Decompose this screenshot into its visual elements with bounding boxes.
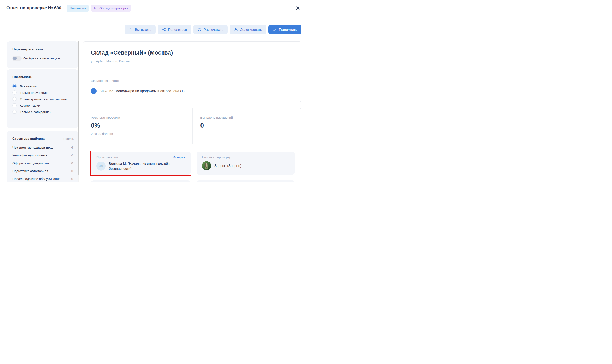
sidebar-scrollbar[interactable]: [78, 41, 79, 182]
sidebar-scrollbar-thumb[interactable]: [78, 41, 79, 175]
delegate-button-label: Делегировать: [240, 28, 262, 32]
radio-option-label: Только критические нарушения: [20, 97, 67, 102]
edit-pen-icon: [273, 28, 277, 32]
structure-item-label: Подготовка автомобиля: [13, 169, 48, 173]
checklist-template-row[interactable]: Чек-лист менеджера по продажам в автосал…: [91, 88, 184, 94]
geo-toggle-row[interactable]: Отображать геопозицию: [13, 56, 73, 61]
export-button-label: Выгрузить: [135, 28, 151, 32]
stats-row: Результат проверки 0% 0 из 30 баллов Выя…: [83, 108, 301, 144]
show-filter-panel: Показывать Все пункты Только нарушения Т…: [7, 69, 78, 128]
printer-icon: [198, 28, 202, 32]
violations-column-header: Наруш.: [63, 137, 74, 141]
show-filter-options: Все пункты Только нарушения Только крити…: [13, 84, 73, 114]
inspector-name: Волкова М. (Начальник смены службы безоп…: [109, 161, 183, 171]
history-link[interactable]: История: [173, 155, 185, 159]
start-button-label: Приступить: [279, 28, 297, 32]
checklist-template-label: Шаблон чек-листа:: [91, 79, 119, 83]
assigner-name: Support (Support): [214, 163, 241, 168]
structure-item-car-preparation[interactable]: Подготовка автомобиля 0: [13, 169, 74, 173]
structure-item-count: 0: [71, 177, 74, 181]
radio-icon: [13, 91, 16, 95]
radio-option-label: Комментарии: [20, 103, 40, 108]
structure-item-checklist[interactable]: Чек-лист менеджера по… 0: [13, 145, 74, 150]
inspector-card: Проверяющий История ВМ Волкова М. (Начал…: [91, 152, 191, 175]
violations-value: 0: [200, 122, 233, 129]
discuss-inspection-button[interactable]: Обсудить проверку: [91, 5, 131, 12]
delegate-users-icon: [234, 28, 238, 32]
discuss-button-label: Обсудить проверку: [99, 6, 128, 10]
structure-item-label: Послепродажное обслуживание: [13, 177, 60, 181]
inspection-result-block: Результат проверки 0% 0 из 30 баллов: [91, 116, 120, 136]
template-structure-title: Структура шаблона: [13, 137, 45, 141]
radio-icon: [13, 110, 16, 114]
location-card: Склад «Северный» (Москва) ул. Арбат, Мос…: [83, 41, 301, 102]
geo-toggle-label: Отображать геопозицию: [23, 57, 60, 60]
report-params-title: Параметры отчета: [13, 47, 73, 52]
radio-option-critical-violations[interactable]: Только критические нарушения: [13, 97, 73, 102]
location-address: ул. Арбат, Москва, Россия: [91, 59, 129, 63]
share-button-label: Поделиться: [168, 28, 187, 32]
close-button[interactable]: [295, 5, 301, 11]
score-value: 0: [91, 132, 93, 135]
violations-block: Выявлено нарушений 0: [200, 116, 233, 129]
radio-option-with-validation[interactable]: Только с валидацией: [13, 110, 73, 114]
share-button[interactable]: Поделиться: [158, 25, 191, 34]
template-dot-icon: [91, 88, 97, 94]
assigner-card: Назначил проверку Support (Support): [196, 152, 295, 175]
inspection-score: 0 из 30 баллов: [91, 132, 120, 136]
header-divider: [6, 17, 301, 17]
structure-item-count: 0: [71, 146, 74, 149]
upload-icon: [129, 28, 133, 32]
structure-item-label: Оформление документов: [13, 161, 51, 166]
structure-item-label: Чек-лист менеджера по…: [13, 145, 53, 150]
delegate-button[interactable]: Делегировать: [230, 25, 266, 34]
radio-selected-icon: [13, 84, 16, 88]
radio-option-violations-only[interactable]: Только нарушения: [13, 91, 73, 95]
structure-item-count: 0: [71, 154, 74, 157]
structure-item-document-processing[interactable]: Оформление документов 0: [13, 161, 74, 166]
print-button-label: Распечатать: [204, 28, 223, 32]
radio-icon: [13, 97, 16, 101]
export-button[interactable]: Выгрузить: [125, 25, 156, 34]
score-suffix: из 30 баллов: [93, 132, 113, 135]
location-title: Склад «Северный» (Москва): [91, 49, 173, 56]
radio-option-label: Только с валидацией: [20, 110, 51, 114]
geo-toggle[interactable]: [13, 56, 22, 61]
show-filter-title: Показывать: [13, 75, 73, 79]
inspector-avatar: ВМ: [97, 162, 106, 171]
radio-option-comments[interactable]: Комментарии: [13, 103, 73, 108]
assigner-label: Назначил проверку: [202, 155, 231, 159]
radio-option-all-items[interactable]: Все пункты: [13, 84, 73, 89]
radio-option-label: Только нарушения: [20, 91, 48, 95]
share-icon: [162, 28, 166, 32]
chat-icon: [94, 6, 98, 10]
start-button[interactable]: Приступить: [268, 25, 301, 34]
report-params-panel: Параметры отчета Отображать геопозицию: [7, 41, 78, 68]
radio-option-label: Все пункты: [20, 84, 37, 89]
checklist-template-name: Чек-лист менеджера по продажам в автосал…: [100, 89, 184, 93]
violations-label: Выявлено нарушений: [200, 116, 233, 119]
inspector-label: Проверяющий: [97, 155, 118, 159]
status-badge: Назначено: [67, 5, 89, 12]
toggle-knob: [13, 57, 17, 60]
structure-item-client-qualification[interactable]: Квалификация клиента 0: [13, 153, 74, 158]
page-title: Отчет по проверке № 630: [6, 5, 61, 10]
toolbar: Выгрузить Поделиться Распечатать: [125, 25, 301, 34]
next-card-partial-left: [91, 180, 191, 182]
next-card-partial-right: [196, 180, 295, 182]
results-card: Результат проверки 0% 0 из 30 баллов Выя…: [83, 108, 301, 182]
card-divider: [83, 73, 301, 73]
template-structure-panel: Структура шаблона Наруш. Чек-лист менедж…: [7, 131, 78, 182]
assigner-avatar-photo: [202, 161, 211, 170]
radio-icon: [13, 103, 16, 107]
stats-divider: [192, 108, 193, 144]
structure-item-label: Квалификация клиента: [13, 153, 47, 158]
print-button[interactable]: Распечатать: [193, 25, 228, 34]
inspection-result-label: Результат проверки: [91, 116, 120, 119]
structure-item-count: 0: [71, 169, 74, 173]
inspection-result-value: 0%: [91, 122, 120, 129]
structure-item-count: 0: [71, 161, 74, 165]
structure-item-after-sales-service[interactable]: Послепродажное обслуживание 0: [13, 177, 74, 181]
close-icon: [296, 6, 300, 10]
structure-list: Чек-лист менеджера по… 0 Квалификация кл…: [13, 145, 74, 181]
